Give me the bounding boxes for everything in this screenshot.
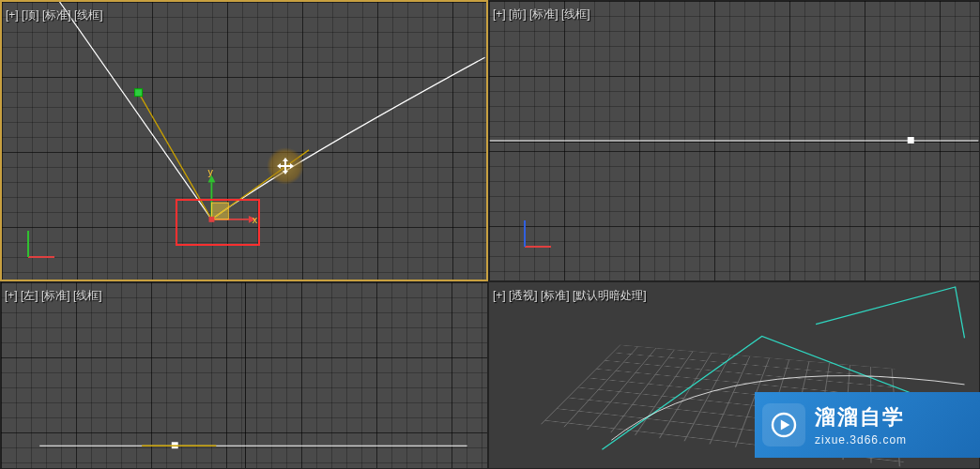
svg-rect-8 [209, 217, 215, 222]
svg-rect-12 [908, 137, 914, 144]
center-axis-h [489, 142, 979, 143]
center-axis-v [245, 282, 246, 468]
grid-major [489, 1, 979, 280]
play-icon [762, 403, 805, 446]
viewport-label[interactable]: [+] [左] [标准] [线框] [5, 288, 102, 304]
viewport-front[interactable]: [+] [前] [标准] [线框] [488, 0, 980, 281]
grid-minor [2, 2, 486, 280]
svg-line-1 [211, 150, 309, 219]
viewport-top-overlay: x y [2, 2, 486, 280]
axis-y-label: y [208, 166, 214, 177]
watermark-badge: 溜溜自学 zixue.3d66.com [755, 392, 980, 458]
viewport-top[interactable]: [+] [顶] [标准] [线框] x y [0, 0, 488, 281]
axis-x-label: x [253, 214, 258, 225]
move-cursor-icon [267, 147, 304, 185]
viewport-label[interactable]: [+] [前] [标准] [线框] [493, 7, 590, 23]
viewport-label[interactable]: [+] [顶] [标准] [线框] [6, 8, 103, 23]
svg-marker-6 [208, 175, 216, 183]
grid-major [1, 282, 487, 468]
svg-line-0 [139, 93, 212, 219]
svg-marker-19 [781, 419, 790, 430]
viewport-label[interactable]: [+] [透视] [标准] [默认明暗处理] [493, 288, 647, 304]
svg-rect-16 [172, 442, 178, 448]
selection-rectangle [176, 199, 260, 246]
grid-minor [489, 1, 979, 280]
viewport-front-overlay [489, 1, 979, 280]
watermark-text: 溜溜自学 zixue.3d66.com [815, 403, 907, 446]
viewport-left[interactable]: [+] [左] [标准] [线框] [0, 281, 488, 469]
axis-tripod-icon [517, 213, 559, 254]
axis-tripod-icon [21, 223, 62, 265]
grid-minor [1, 282, 487, 468]
watermark-subtitle: zixue.3d66.com [815, 433, 907, 446]
viewport-left-overlay [1, 282, 487, 468]
watermark-title: 溜溜自学 [815, 403, 907, 431]
svg-rect-7 [211, 203, 228, 219]
grid-major [2, 2, 486, 280]
svg-marker-4 [249, 216, 256, 223]
svg-rect-2 [135, 89, 143, 97]
